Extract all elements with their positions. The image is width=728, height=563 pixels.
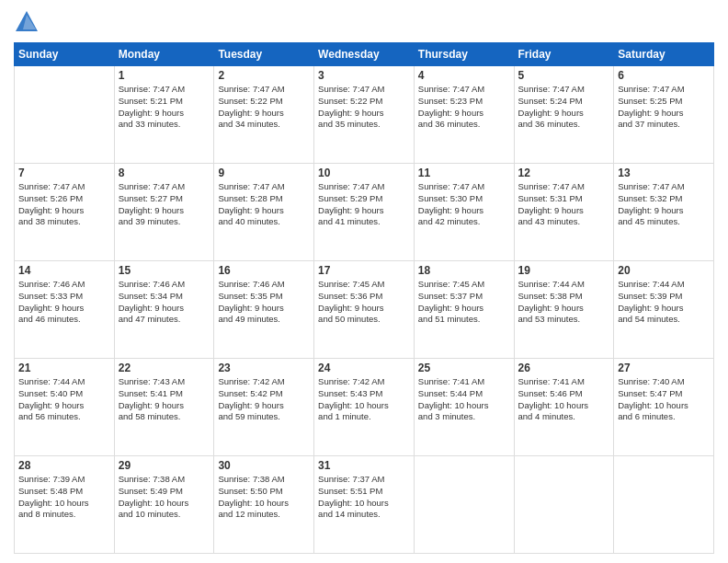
day-number: 7 — [18, 167, 110, 179]
day-number: 5 — [518, 69, 610, 82]
day-number: 26 — [518, 362, 610, 374]
calendar-cell: 29Sunrise: 7:38 AM Sunset: 5:49 PM Dayli… — [114, 456, 214, 554]
week-row-3: 14Sunrise: 7:46 AM Sunset: 5:33 PM Dayli… — [15, 261, 714, 359]
calendar-header-row: SundayMondayTuesdayWednesdayThursdayFrid… — [15, 43, 714, 66]
day-number: 29 — [119, 459, 210, 472]
day-number: 23 — [218, 362, 310, 374]
day-number: 28 — [18, 459, 110, 472]
day-info: Sunrise: 7:47 AM Sunset: 5:30 PM Dayligh… — [418, 181, 510, 228]
week-row-4: 21Sunrise: 7:44 AM Sunset: 5:40 PM Dayli… — [15, 359, 714, 456]
calendar-cell: 6Sunrise: 7:47 AM Sunset: 5:25 PM Daylig… — [614, 66, 714, 164]
day-info: Sunrise: 7:47 AM Sunset: 5:24 PM Dayligh… — [518, 84, 610, 131]
calendar-cell: 30Sunrise: 7:38 AM Sunset: 5:50 PM Dayli… — [214, 456, 314, 554]
day-info: Sunrise: 7:41 AM Sunset: 5:46 PM Dayligh… — [518, 376, 610, 423]
day-number: 13 — [618, 167, 710, 179]
day-number: 19 — [518, 264, 610, 277]
calendar-cell: 18Sunrise: 7:45 AM Sunset: 5:37 PM Dayli… — [414, 261, 514, 359]
day-number: 2 — [218, 69, 310, 82]
calendar-cell: 27Sunrise: 7:40 AM Sunset: 5:47 PM Dayli… — [614, 359, 714, 456]
calendar-header-monday: Monday — [114, 43, 214, 66]
day-info: Sunrise: 7:47 AM Sunset: 5:32 PM Dayligh… — [618, 181, 710, 228]
day-number: 12 — [518, 167, 610, 179]
calendar-cell: 7Sunrise: 7:47 AM Sunset: 5:26 PM Daylig… — [15, 164, 115, 261]
day-number: 25 — [418, 362, 510, 374]
calendar-cell — [614, 456, 714, 554]
calendar-cell: 5Sunrise: 7:47 AM Sunset: 5:24 PM Daylig… — [514, 66, 614, 164]
calendar-cell — [514, 456, 614, 554]
calendar-header-sunday: Sunday — [15, 43, 115, 66]
calendar-cell: 15Sunrise: 7:46 AM Sunset: 5:34 PM Dayli… — [114, 261, 214, 359]
calendar-cell: 22Sunrise: 7:43 AM Sunset: 5:41 PM Dayli… — [114, 359, 214, 456]
day-info: Sunrise: 7:46 AM Sunset: 5:35 PM Dayligh… — [218, 279, 310, 326]
day-info: Sunrise: 7:37 AM Sunset: 5:51 PM Dayligh… — [318, 474, 410, 521]
calendar-cell: 19Sunrise: 7:44 AM Sunset: 5:38 PM Dayli… — [514, 261, 614, 359]
calendar-cell: 28Sunrise: 7:39 AM Sunset: 5:48 PM Dayli… — [15, 456, 115, 554]
day-number: 16 — [218, 264, 310, 277]
calendar-cell: 16Sunrise: 7:46 AM Sunset: 5:35 PM Dayli… — [214, 261, 314, 359]
day-info: Sunrise: 7:42 AM Sunset: 5:42 PM Dayligh… — [218, 376, 310, 423]
calendar-cell: 11Sunrise: 7:47 AM Sunset: 5:30 PM Dayli… — [414, 164, 514, 261]
header — [14, 9, 714, 35]
calendar-cell — [15, 66, 115, 164]
calendar-cell: 9Sunrise: 7:47 AM Sunset: 5:28 PM Daylig… — [214, 164, 314, 261]
day-number: 18 — [418, 264, 510, 277]
day-info: Sunrise: 7:44 AM Sunset: 5:39 PM Dayligh… — [618, 279, 710, 326]
calendar-cell: 24Sunrise: 7:42 AM Sunset: 5:43 PM Dayli… — [314, 359, 415, 456]
day-number: 9 — [218, 167, 310, 179]
calendar-cell: 10Sunrise: 7:47 AM Sunset: 5:29 PM Dayli… — [314, 164, 415, 261]
day-number: 6 — [618, 69, 710, 82]
week-row-5: 28Sunrise: 7:39 AM Sunset: 5:48 PM Dayli… — [15, 456, 714, 554]
week-row-2: 7Sunrise: 7:47 AM Sunset: 5:26 PM Daylig… — [15, 164, 714, 261]
page: SundayMondayTuesdayWednesdayThursdayFrid… — [0, 0, 728, 563]
day-info: Sunrise: 7:45 AM Sunset: 5:37 PM Dayligh… — [418, 279, 510, 326]
calendar-header-saturday: Saturday — [614, 43, 714, 66]
calendar-cell: 14Sunrise: 7:46 AM Sunset: 5:33 PM Dayli… — [15, 261, 115, 359]
calendar-cell: 8Sunrise: 7:47 AM Sunset: 5:27 PM Daylig… — [114, 164, 214, 261]
day-number: 4 — [418, 69, 510, 82]
calendar-header-thursday: Thursday — [414, 43, 514, 66]
calendar-cell: 3Sunrise: 7:47 AM Sunset: 5:22 PM Daylig… — [314, 66, 415, 164]
day-info: Sunrise: 7:47 AM Sunset: 5:25 PM Dayligh… — [618, 84, 710, 131]
day-number: 20 — [618, 264, 710, 277]
day-info: Sunrise: 7:47 AM Sunset: 5:27 PM Dayligh… — [119, 181, 210, 228]
week-row-1: 1Sunrise: 7:47 AM Sunset: 5:21 PM Daylig… — [15, 66, 714, 164]
day-number: 8 — [119, 167, 210, 179]
day-info: Sunrise: 7:47 AM Sunset: 5:29 PM Dayligh… — [318, 181, 410, 228]
calendar-cell: 13Sunrise: 7:47 AM Sunset: 5:32 PM Dayli… — [614, 164, 714, 261]
calendar-cell: 31Sunrise: 7:37 AM Sunset: 5:51 PM Dayli… — [314, 456, 415, 554]
calendar-header-wednesday: Wednesday — [314, 43, 415, 66]
day-number: 30 — [218, 459, 310, 472]
calendar-cell: 23Sunrise: 7:42 AM Sunset: 5:42 PM Dayli… — [214, 359, 314, 456]
day-number: 10 — [318, 167, 410, 179]
day-info: Sunrise: 7:47 AM Sunset: 5:28 PM Dayligh… — [218, 181, 310, 228]
calendar-cell: 2Sunrise: 7:47 AM Sunset: 5:22 PM Daylig… — [214, 66, 314, 164]
day-info: Sunrise: 7:44 AM Sunset: 5:40 PM Dayligh… — [18, 376, 110, 423]
day-info: Sunrise: 7:40 AM Sunset: 5:47 PM Dayligh… — [618, 376, 710, 423]
calendar-cell: 20Sunrise: 7:44 AM Sunset: 5:39 PM Dayli… — [614, 261, 714, 359]
day-info: Sunrise: 7:41 AM Sunset: 5:44 PM Dayligh… — [418, 376, 510, 423]
day-number: 17 — [318, 264, 410, 277]
day-number: 3 — [318, 69, 410, 82]
day-info: Sunrise: 7:45 AM Sunset: 5:36 PM Dayligh… — [318, 279, 410, 326]
calendar-cell: 17Sunrise: 7:45 AM Sunset: 5:36 PM Dayli… — [314, 261, 415, 359]
calendar-cell: 1Sunrise: 7:47 AM Sunset: 5:21 PM Daylig… — [114, 66, 214, 164]
calendar-table: SundayMondayTuesdayWednesdayThursdayFrid… — [14, 42, 714, 554]
day-info: Sunrise: 7:47 AM Sunset: 5:31 PM Dayligh… — [518, 181, 610, 228]
day-info: Sunrise: 7:47 AM Sunset: 5:22 PM Dayligh… — [318, 84, 410, 131]
day-info: Sunrise: 7:46 AM Sunset: 5:33 PM Dayligh… — [18, 279, 110, 326]
calendar-cell: 26Sunrise: 7:41 AM Sunset: 5:46 PM Dayli… — [514, 359, 614, 456]
day-info: Sunrise: 7:47 AM Sunset: 5:21 PM Dayligh… — [119, 84, 210, 131]
day-number: 11 — [418, 167, 510, 179]
day-info: Sunrise: 7:47 AM Sunset: 5:22 PM Dayligh… — [218, 84, 310, 131]
day-number: 31 — [318, 459, 410, 472]
day-number: 24 — [318, 362, 410, 374]
day-info: Sunrise: 7:46 AM Sunset: 5:34 PM Dayligh… — [119, 279, 210, 326]
day-number: 1 — [119, 69, 210, 82]
day-number: 14 — [18, 264, 110, 277]
day-number: 27 — [618, 362, 710, 374]
day-number: 21 — [18, 362, 110, 374]
day-info: Sunrise: 7:42 AM Sunset: 5:43 PM Dayligh… — [318, 376, 410, 423]
day-info: Sunrise: 7:39 AM Sunset: 5:48 PM Dayligh… — [18, 474, 110, 521]
calendar-header-friday: Friday — [514, 43, 614, 66]
logo — [14, 9, 43, 35]
